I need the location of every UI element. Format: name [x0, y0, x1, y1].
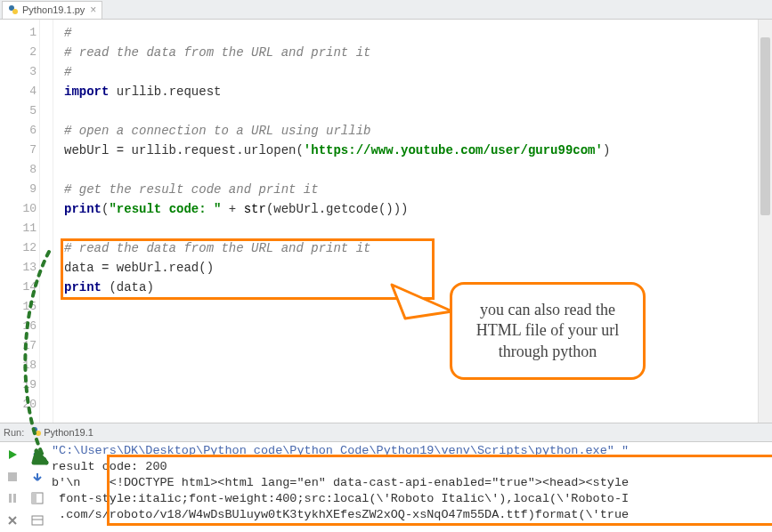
editor-pane: 1 2 3 4 5 6 7 8 9 10 11 12 13 14 15 16 1…	[0, 20, 772, 423]
line-number: 6	[0, 121, 37, 141]
line-number: 10	[0, 199, 37, 219]
svg-point-1	[12, 9, 18, 14]
code-editor[interactable]: # # read the data from the URL and print…	[53, 20, 758, 423]
run-console-pane: "C:\Users\DK\Desktop\Python code\Python …	[0, 442, 772, 531]
svg-rect-6	[8, 472, 17, 481]
stop-button[interactable]	[2, 467, 23, 487]
line-number: 9	[0, 180, 37, 199]
python-file-icon	[8, 4, 19, 15]
line-number: 13	[0, 258, 37, 278]
line-number: 18	[0, 356, 37, 375]
line-number: 12	[0, 238, 37, 258]
console-output[interactable]: "C:\Users\DK\Desktop\Python code\Python …	[50, 442, 772, 531]
line-number: 14	[0, 278, 37, 297]
line-number: 7	[0, 141, 37, 160]
annotation-callout-text: you can also read the HTML file of your …	[461, 300, 634, 362]
svg-rect-8	[13, 494, 16, 503]
line-number: 17	[0, 336, 37, 356]
settings-button[interactable]	[27, 511, 48, 530]
run-console-toolbar	[0, 442, 50, 531]
svg-point-4	[36, 431, 41, 436]
line-number: 5	[0, 101, 37, 121]
svg-rect-11	[32, 516, 43, 525]
line-number: 16	[0, 317, 37, 336]
svg-marker-5	[9, 450, 17, 459]
scroll-down-button[interactable]	[27, 467, 48, 487]
line-number: 19	[0, 375, 37, 395]
run-config-name: Python19.1	[44, 427, 93, 438]
rerun-button[interactable]	[2, 445, 23, 464]
svg-rect-7	[9, 494, 12, 503]
console-output-line: b'\n <!DOCTYPE html><html lang="en" data…	[52, 476, 629, 489]
svg-rect-10	[32, 493, 37, 504]
editor-tab-bar: Python19.1.py ×	[0, 0, 772, 20]
editor-tab-python19[interactable]: Python19.1.py ×	[2, 1, 102, 19]
close-icon[interactable]: ×	[90, 4, 96, 16]
line-number: 8	[0, 160, 37, 180]
line-number: 20	[0, 395, 37, 415]
run-label: Run:	[4, 427, 24, 438]
close-tool-button[interactable]	[2, 511, 23, 530]
run-toolwindow-header: Run: Python19.1	[0, 423, 772, 442]
editor-tab-filename: Python19.1.py	[22, 4, 85, 15]
editor-scrollbar[interactable]	[758, 20, 772, 423]
line-number: 15	[0, 297, 37, 317]
scrollbar-thumb[interactable]	[760, 37, 770, 215]
run-config-dropdown[interactable]: Python19.1	[31, 426, 93, 439]
layout-button[interactable]	[27, 488, 48, 508]
scroll-up-button[interactable]	[27, 445, 48, 464]
line-number: 1	[0, 23, 37, 43]
line-number: 4	[0, 82, 37, 101]
pause-button[interactable]	[2, 488, 23, 508]
console-command-path: "C:\Users\DK\Desktop\Python code\Python …	[52, 444, 629, 457]
console-output-line: .com/s/roboto/v18/W4wDsBUluyw0tK3tykhXEf…	[52, 508, 629, 521]
line-number: 11	[0, 219, 37, 238]
console-output-line: result code: 200	[52, 460, 167, 473]
line-number-gutter: 1 2 3 4 5 6 7 8 9 10 11 12 13 14 15 16 1…	[0, 20, 53, 423]
annotation-callout: you can also read the HTML file of your …	[450, 282, 646, 380]
line-number: 3	[0, 62, 37, 82]
python-file-icon	[31, 426, 42, 439]
console-output-line: font-style:italic;font-weight:400;src:lo…	[52, 492, 629, 505]
line-number: 2	[0, 43, 37, 62]
